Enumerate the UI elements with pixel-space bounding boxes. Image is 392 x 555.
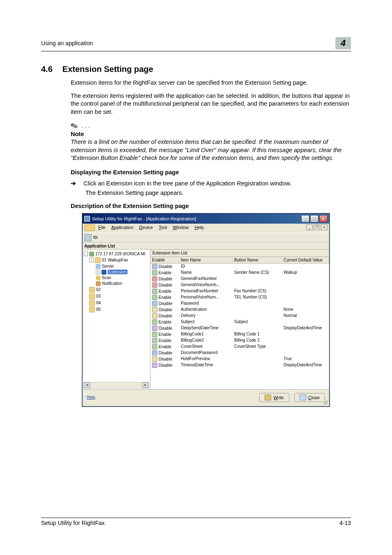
cell-enable: Disable xyxy=(159,357,172,361)
list-row[interactable]: EnablePersonalVoiceNum...TEL Number (CS) xyxy=(150,294,329,301)
list-row[interactable]: EnableBillingCode1Billing Code 1 xyxy=(150,331,329,338)
cell-enable: Enable xyxy=(159,338,171,343)
list-row[interactable]: DisableAuthenticationNone xyxy=(150,307,329,313)
maximize-button[interactable]: □ xyxy=(310,215,318,222)
list-row[interactable]: EnableSubjectSubject xyxy=(150,319,329,325)
close-window-button[interactable]: Close xyxy=(294,393,325,402)
titlebar[interactable]: Setup Utility for RightFax - [Applicatio… xyxy=(83,214,329,224)
status-icon xyxy=(152,363,157,368)
cell-enable: Enable xyxy=(159,289,171,294)
tree-collapse-icon[interactable]: − xyxy=(89,258,94,262)
list-row[interactable]: DisableID xyxy=(150,264,329,270)
cell-enable: Disable xyxy=(159,326,172,331)
cell-button-name xyxy=(233,350,282,356)
cell-item-name: ID xyxy=(179,264,233,270)
tree-server[interactable]: Server xyxy=(102,264,114,268)
tree-collapse-icon[interactable]: − xyxy=(83,252,88,256)
menu-application[interactable]: Application xyxy=(109,224,136,232)
scroll-right-icon[interactable]: ► xyxy=(142,382,149,388)
list-row[interactable]: EnableBillingCode2Billing Code 2 xyxy=(150,338,329,344)
list-row[interactable]: EnableNameSender Name (CS)Walkup xyxy=(150,270,329,276)
app-menu-icon xyxy=(84,224,95,232)
tree-pane[interactable]: −172.17.87.228 (KONICA MI −01 WalkupFax … xyxy=(83,250,150,389)
cell-button-name: CoverSheet Type xyxy=(233,344,282,350)
toolbar-icon[interactable] xyxy=(84,234,92,241)
cell-default-value: None xyxy=(282,307,329,313)
cell-button-name: Billing Code 1 xyxy=(233,331,282,338)
write-icon xyxy=(265,395,271,400)
menu-device[interactable]: Device xyxy=(137,224,156,232)
tree-extension[interactable]: Extension xyxy=(108,270,127,274)
col-default-value[interactable]: Current Default Value xyxy=(282,257,329,264)
list-row[interactable]: DisableDocumentPassword xyxy=(150,350,329,356)
cell-default-value xyxy=(282,344,329,350)
cell-enable: Disable xyxy=(159,314,172,318)
mdi-close-button[interactable]: × xyxy=(321,224,327,230)
list-row[interactable]: DisableDelaySendDateTimeDisplayDateAndTi… xyxy=(150,325,329,331)
status-icon xyxy=(152,356,157,362)
tree-app[interactable]: 01 WalkupFax xyxy=(102,258,128,262)
menu-tool[interactable]: Tool xyxy=(156,224,169,232)
cell-enable: Disable xyxy=(159,283,172,287)
list-row[interactable]: DisableDeliveryNormal xyxy=(150,313,329,319)
list-row[interactable]: DisablePassword xyxy=(150,301,329,307)
col-item-name[interactable]: Item Name xyxy=(179,257,233,264)
list-row[interactable]: DisableHoldForPreviewTrue xyxy=(150,356,329,362)
mdi-restore-button[interactable]: ❐ xyxy=(314,224,320,230)
tree-scrollbar[interactable]: ◄ ► xyxy=(83,382,149,388)
tree-item[interactable]: 05 xyxy=(96,307,101,312)
cell-item-name: Authentication xyxy=(179,307,233,313)
chapter-badge: 4 xyxy=(335,37,351,49)
status-icon xyxy=(152,307,157,312)
close-button[interactable]: × xyxy=(319,215,327,222)
tree-item[interactable]: 04 xyxy=(96,301,101,305)
status-icon xyxy=(152,344,157,349)
app-icon xyxy=(84,216,90,222)
scroll-left-icon[interactable]: ◄ xyxy=(84,382,90,388)
folder-icon xyxy=(89,294,95,299)
cell-button-name xyxy=(233,264,282,270)
mdi-minimize-button[interactable]: _ xyxy=(306,224,313,230)
help-link[interactable]: Help xyxy=(87,395,95,400)
status-icon xyxy=(152,270,157,275)
list-row[interactable]: DisableTimeoutDateTimeDisplayDateAndTime xyxy=(150,362,329,368)
note-text: There is a limit on the number of extens… xyxy=(71,138,351,162)
cell-item-name: DocumentPassword xyxy=(179,350,233,356)
list-row[interactable]: EnableCoverSheetCoverSheet Type xyxy=(150,344,329,350)
list-row[interactable]: DisableGeneralVoiceNumb... xyxy=(150,282,329,288)
cell-enable: Disable xyxy=(159,351,172,355)
tree-item[interactable]: 03 xyxy=(96,294,101,298)
tree-expand-icon[interactable]: + xyxy=(96,270,100,274)
section-title: Extension Setting page xyxy=(62,65,153,74)
note-label: Note xyxy=(71,131,351,137)
folder-icon xyxy=(95,257,101,263)
cell-item-name: BillingCode1 xyxy=(179,331,233,338)
cell-button-name: Subject xyxy=(233,319,282,325)
col-enable[interactable]: Enable xyxy=(150,257,179,264)
list-body[interactable]: DisableIDEnableNameSender Name (CS)Walku… xyxy=(150,264,329,389)
status-icon xyxy=(152,276,157,282)
tree-item[interactable]: 02 xyxy=(96,287,101,292)
menu-window[interactable]: Window xyxy=(170,224,191,232)
tree-notification[interactable]: Notification xyxy=(102,281,122,286)
minimize-button[interactable]: _ xyxy=(301,215,309,222)
section-number: 4.6 xyxy=(41,65,53,74)
status-icon xyxy=(152,319,157,325)
list-row[interactable]: EnablePersonalFaxNumberFax Number (CS) xyxy=(150,288,329,294)
cell-item-name: Subject xyxy=(179,319,233,325)
menu-help[interactable]: Help xyxy=(192,224,207,232)
menu-file[interactable]: File xyxy=(96,224,108,232)
list-row[interactable]: DisableGeneralFaxNumber xyxy=(150,276,329,282)
tree-scan[interactable]: Scan xyxy=(102,275,111,280)
col-button-name[interactable]: Button Name xyxy=(233,257,282,264)
resize-grip[interactable] xyxy=(323,400,327,405)
tree-root[interactable]: 172.17.87.228 (KONICA MI xyxy=(95,252,145,256)
step-text: Click an Extension icon in the tree pane… xyxy=(83,180,291,188)
cell-default-value xyxy=(282,288,329,294)
status-icon xyxy=(152,332,157,337)
cell-item-name: BillingCode2 xyxy=(179,338,233,344)
cell-item-name: GeneralFaxNumber xyxy=(179,276,233,282)
cell-item-name: Delivery xyxy=(179,313,233,319)
cell-item-name: PersonalVoiceNum... xyxy=(179,294,233,301)
write-button[interactable]: Write xyxy=(259,393,289,402)
